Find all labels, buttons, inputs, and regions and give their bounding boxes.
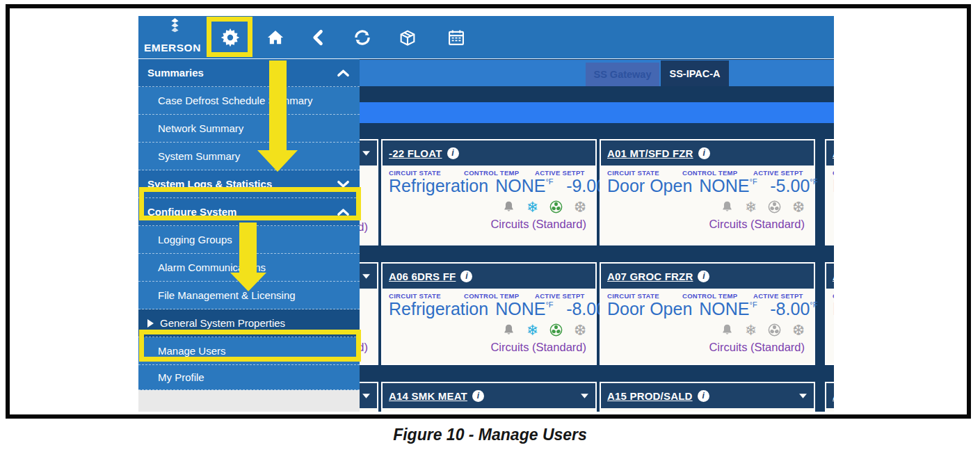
highlight-box-gear	[207, 17, 252, 57]
defrost-icon: ❆	[792, 323, 805, 337]
circuit-title-link[interactable]: A07 GROC FRZR	[607, 271, 693, 282]
circuit-card-collapsed: A14 SMK MEAT i	[381, 382, 597, 412]
callout-arrow-head	[257, 150, 298, 172]
circuit-card-collapsed: A15 PROD/SALD i	[600, 382, 815, 412]
refrigeration-snowflake-icon: ❄	[745, 323, 757, 337]
defrost-icon: ❆	[792, 200, 805, 214]
emerson-emblem-icon	[169, 18, 181, 33]
info-icon[interactable]: i	[460, 271, 472, 282]
circuit-state-value: Refrigeration	[389, 177, 488, 196]
figure-caption: Figure 10 - Manage Users	[0, 426, 980, 444]
menu-system-summary[interactable]: System Summary	[138, 143, 360, 170]
circuit-card-header: A01 MT/SFD FZR i	[601, 140, 814, 166]
tab-ss-gateway[interactable]: SS Gateway	[586, 63, 659, 86]
circuit-card: A01 MT/SFD FZR i CIRCUIT STATE CONTROL T…	[600, 139, 815, 245]
circuit-card: A06 6DRS FF i CIRCUIT STATE CONTROL TEMP…	[381, 262, 597, 365]
circuit-type-label: Circuits (Standard)	[389, 339, 589, 359]
menu-item-label: General System Properties	[160, 317, 285, 329]
menu-item-label: Network Summary	[158, 122, 243, 134]
circuit-title-link[interactable]: -22 FLOAT	[389, 147, 442, 159]
chevron-down-icon[interactable]	[362, 150, 371, 156]
circuit-type-label: Circuits (Standard)	[607, 216, 808, 236]
circuit-state-value: D	[833, 177, 834, 196]
tab-ss-ipac-a[interactable]: SS-IPAC-A	[661, 60, 729, 86]
circuit-card-header: A06 6DRS FF i	[383, 264, 595, 289]
circuit-title-link[interactable]: A	[833, 390, 834, 402]
defrost-icon: ❆	[574, 200, 586, 214]
circuit-state-value: Door Open	[607, 177, 692, 196]
emerson-logo: EMERSON	[138, 16, 205, 58]
back-chevron-icon[interactable]	[308, 27, 329, 48]
circuit-card-header: A15 PROD/SALD i	[601, 383, 814, 408]
info-icon[interactable]: i	[447, 147, 459, 159]
circuit-title-link[interactable]: A15 PROD/SALD	[607, 390, 693, 402]
circuit-card-header: A14 SMK MEAT i	[383, 383, 595, 408]
package-box-icon[interactable]	[397, 27, 418, 48]
info-icon[interactable]: i	[698, 271, 709, 282]
control-temp-value: NONE	[495, 176, 545, 195]
alarm-bell-icon	[501, 323, 516, 337]
menu-network-summary[interactable]: Network Summary	[138, 115, 360, 143]
highlight-box-configure-system	[139, 187, 361, 220]
circuit-card: -22 FLOAT i CIRCUIT STATE CONTROL TEMP A…	[381, 139, 597, 245]
menu-item-label: File Management & Licensing	[158, 289, 296, 301]
refrigeration-snowflake-icon: ❄	[745, 200, 757, 214]
active-setpt-value: -8.00	[770, 299, 810, 318]
emerson-logo-text: EMERSON	[144, 42, 201, 54]
callout-arrow-shaft	[269, 60, 287, 151]
alarm-bell-icon	[720, 200, 734, 214]
menu-my-profile[interactable]: My Profile	[138, 365, 360, 390]
home-icon[interactable]	[265, 27, 286, 48]
info-icon[interactable]: i	[698, 147, 710, 159]
circuit-card-clipped: A CIRCUIT STATE D	[825, 262, 834, 365]
chevron-down-icon[interactable]	[362, 393, 371, 399]
callout-arrow-head	[230, 273, 266, 291]
info-icon[interactable]: i	[698, 390, 709, 402]
menu-summaries[interactable]: Summaries	[138, 59, 360, 87]
fan-icon	[767, 200, 782, 214]
circuit-title-link[interactable]: A	[833, 271, 834, 282]
menu-item-label: Case Defrost Schedule Summary	[158, 95, 313, 106]
menu-item-label: Logging Groups	[158, 234, 232, 245]
refresh-icon[interactable]	[352, 27, 373, 48]
menu-case-defrost-schedule-summary[interactable]: Case Defrost Schedule Summary	[138, 87, 360, 115]
circuit-type-label: Circuits (Standard)	[607, 339, 808, 359]
alarm-bell-icon	[720, 323, 734, 337]
info-icon[interactable]: i	[472, 390, 484, 402]
circuit-title-link[interactable]: A14 SMK MEAT	[389, 390, 467, 402]
menu-footer-area	[138, 390, 360, 412]
circuit-card-clipped: A	[825, 382, 834, 412]
circuit-title-link[interactable]: A01 MT/SFD FZR	[607, 147, 693, 159]
menu-item-label: Summaries	[147, 67, 204, 79]
fan-icon	[549, 200, 563, 214]
circuit-state-value: D	[833, 300, 834, 319]
alarm-bell-icon	[501, 200, 516, 214]
circuit-card-clipped: A CIRCUIT STATE D	[825, 139, 834, 245]
chevron-down-icon[interactable]	[580, 393, 589, 399]
figure-page: { "figure": { "caption": "Figure 10 - Ma…	[0, 0, 980, 452]
circuit-type-label: Circuits (Standard)	[389, 216, 589, 236]
circuit-state-value: Door Open	[607, 300, 692, 319]
defrost-icon: ❆	[574, 323, 586, 337]
refrigeration-snowflake-icon: ❄	[527, 200, 539, 214]
active-setpt-value: -5.00	[770, 176, 810, 195]
expand-arrow-icon	[147, 319, 154, 328]
callout-arrow-shaft	[239, 223, 257, 273]
refrigeration-snowflake-icon: ❄	[527, 323, 539, 337]
chevron-down-icon[interactable]	[362, 273, 371, 280]
highlight-box-manage-users	[139, 330, 361, 362]
control-temp-value: NONE	[699, 299, 749, 318]
circuit-card: A07 GROC FRZR i CIRCUIT STATE CONTROL TE…	[600, 262, 815, 365]
fan-icon	[549, 323, 563, 337]
circuit-card-header: -22 FLOAT i	[383, 140, 595, 166]
control-temp-value: NONE	[495, 299, 545, 318]
calendar-icon[interactable]	[446, 27, 467, 48]
circuit-card-header: A07 GROC FRZR i	[601, 264, 814, 289]
circuit-title-link[interactable]: A	[833, 147, 834, 159]
circuit-title-link[interactable]: A06 6DRS FF	[389, 271, 456, 282]
control-temp-value: NONE	[699, 176, 749, 195]
menu-item-label: System Summary	[158, 150, 240, 162]
circuit-state-value: Refrigeration	[389, 300, 488, 319]
chevron-down-icon[interactable]	[798, 393, 808, 399]
fan-icon	[767, 323, 782, 337]
